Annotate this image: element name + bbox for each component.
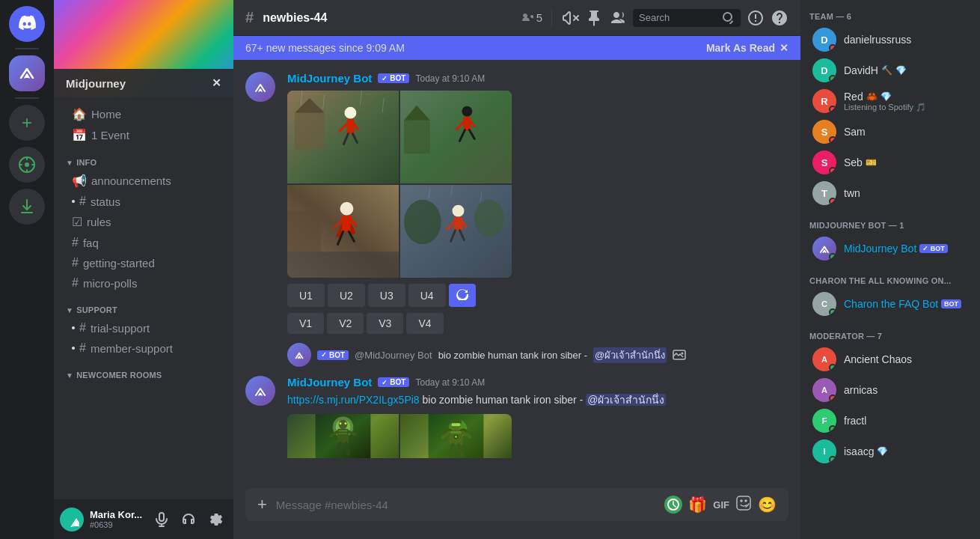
member-fractl[interactable]: F fractl bbox=[803, 406, 977, 436]
mark-as-read-button[interactable]: Mark As Read ✕ bbox=[706, 42, 788, 54]
discord-home-button[interactable] bbox=[9, 6, 45, 42]
search-input[interactable]: Search bbox=[639, 12, 720, 23]
mention-at: @MidJourney Bot bbox=[355, 350, 432, 361]
category-support[interactable]: ▼ SUPPORT bbox=[54, 293, 233, 317]
u1-button[interactable]: U1 bbox=[287, 284, 325, 307]
hash-icon-trial: # bbox=[79, 321, 86, 335]
headset-button[interactable] bbox=[177, 508, 200, 532]
channel-header: # newbies-44 5 Search bbox=[233, 0, 800, 36]
badge-ticket: 🎫 bbox=[866, 157, 877, 168]
v2-button[interactable]: V2 bbox=[327, 313, 364, 334]
main-content: # newbies-44 5 Search bbox=[233, 0, 800, 539]
member-info-arnicas: arnicas bbox=[844, 384, 878, 396]
channel-announcements[interactable]: 📢 announcements bbox=[60, 171, 227, 191]
member-arnicas[interactable]: A arnicas bbox=[803, 375, 977, 405]
download-apps-button[interactable] bbox=[9, 189, 45, 225]
member-name-twn: twn bbox=[844, 187, 860, 199]
status-online bbox=[829, 75, 836, 82]
gif-button[interactable]: GIF bbox=[713, 499, 729, 511]
pin-button[interactable] bbox=[585, 9, 603, 27]
member-red[interactable]: R Red 🦀 💎 Listening to Spotify 🎵 bbox=[803, 86, 977, 116]
status-online-ac bbox=[829, 364, 836, 371]
member-name-seb: Seb bbox=[844, 156, 863, 168]
channel-trial-support[interactable]: # trial-support bbox=[60, 318, 227, 338]
explore-servers-button[interactable] bbox=[9, 147, 45, 183]
member-info-danielrussruss: danielrussruss bbox=[844, 34, 911, 46]
members-button[interactable] bbox=[609, 9, 627, 27]
member-seb[interactable]: S Seb 🎫 bbox=[803, 147, 977, 177]
channel-header-name: newbies-44 bbox=[263, 11, 327, 25]
midjourney-server-icon[interactable] bbox=[9, 55, 45, 91]
bot-avatar-2[interactable] bbox=[245, 376, 275, 406]
svg-rect-31 bbox=[342, 216, 352, 232]
user-mention-prefix[interactable]: @ผัวเจ้าสำนักนึ่ง bbox=[593, 347, 667, 363]
emoji-button[interactable]: 😊 bbox=[758, 496, 777, 514]
svg-rect-19 bbox=[404, 121, 430, 154]
sidebar-item-events[interactable]: 📅 1 Event bbox=[60, 125, 227, 145]
u2-button[interactable]: U2 bbox=[328, 284, 365, 307]
zombie-image-grid[interactable] bbox=[287, 414, 512, 488]
member-twn[interactable]: T twn bbox=[803, 178, 977, 208]
sidebar-item-home[interactable]: 🏠 Home bbox=[60, 104, 227, 124]
help-button[interactable] bbox=[771, 9, 788, 27]
bot-avatar-1[interactable] bbox=[245, 72, 275, 102]
add-attachment-button[interactable]: + bbox=[257, 495, 267, 514]
category-info[interactable]: ▼ INFO bbox=[54, 146, 233, 170]
u3-button[interactable]: U3 bbox=[368, 284, 405, 307]
channel-faq[interactable]: # faq bbox=[60, 233, 227, 252]
message-header-zombie: MidJourney Bot ✓ BOT Today at 9:10 AM bbox=[287, 376, 788, 389]
message-input-box[interactable]: + Message #newbies-44 🎁 GIF 😊 bbox=[245, 488, 788, 521]
member-davidh[interactable]: D DavidH 🔨 💎 bbox=[803, 55, 977, 85]
small-bot-avatar bbox=[287, 343, 311, 367]
message-input[interactable]: Message #newbies-44 bbox=[276, 499, 664, 511]
v1-button[interactable]: V1 bbox=[287, 313, 324, 334]
image-icon[interactable] bbox=[673, 348, 686, 362]
member-ancient-chaos[interactable]: A Ancient Chaos bbox=[803, 344, 977, 374]
anime-image-grid[interactable] bbox=[287, 91, 512, 278]
mute-channel-button[interactable] bbox=[561, 9, 579, 27]
channel-getting-started[interactable]: # getting-started bbox=[60, 253, 227, 272]
svg-rect-29 bbox=[287, 252, 399, 278]
sticker-button[interactable] bbox=[735, 495, 752, 515]
member-count-display: 5 bbox=[521, 11, 542, 24]
channel-micro-polls[interactable]: # micro-polls bbox=[60, 273, 227, 293]
section-header-charon: CHARON THE ALL KNOWING ON... bbox=[800, 264, 980, 288]
settings-button[interactable] bbox=[203, 508, 227, 532]
inbox-button[interactable] bbox=[747, 9, 765, 27]
v4-button[interactable]: V4 bbox=[406, 313, 443, 334]
member-name-isaacg: isaacg bbox=[844, 445, 874, 457]
u4-button[interactable]: U4 bbox=[408, 284, 446, 307]
member-sam[interactable]: S Sam bbox=[803, 117, 977, 147]
member-name-arnicas: arnicas bbox=[844, 384, 878, 396]
channel-member-support[interactable]: # member-support bbox=[60, 338, 227, 358]
member-name-red: Red bbox=[844, 91, 863, 103]
badge-crab: 🦀 bbox=[866, 91, 878, 102]
zombie-mention[interactable]: @ผัวเจ้าสำนักนึ่ง bbox=[586, 394, 666, 406]
member-isaacg[interactable]: I isaacg 💎 bbox=[803, 436, 977, 466]
search-bar[interactable]: Search bbox=[633, 9, 741, 27]
member-info-seb: Seb 🎫 bbox=[844, 156, 877, 168]
member-mj-bot[interactable]: MidJourney Bot ✓ BOT bbox=[803, 234, 977, 264]
add-server-button[interactable]: + bbox=[9, 105, 45, 141]
user-panel: Maria Kor... #0639 bbox=[54, 499, 233, 539]
refresh-button[interactable] bbox=[449, 284, 476, 307]
svg-rect-40 bbox=[454, 217, 463, 231]
server-name[interactable]: Midjourney ✕ bbox=[54, 69, 233, 97]
v3-button[interactable]: V3 bbox=[367, 313, 403, 334]
member-name-row-seb: Seb 🎫 bbox=[844, 156, 877, 168]
message-group-zombie: MidJourney Bot ✓ BOT Today at 9:10 AM ht… bbox=[245, 376, 788, 488]
member-charon[interactable]: C Charon the FAQ Bot BOT bbox=[803, 289, 977, 319]
category-newcomer-rooms[interactable]: ▼ NEWCOMER ROOMS bbox=[54, 359, 233, 383]
mic-button[interactable] bbox=[150, 508, 174, 532]
channel-rules[interactable]: ☑ rules bbox=[60, 212, 227, 232]
channel-status[interactable]: # status bbox=[60, 192, 227, 211]
channel-hash-icon: # bbox=[245, 9, 254, 26]
image-cell-2 bbox=[400, 91, 512, 183]
badge-hammer: 🔨 bbox=[881, 65, 892, 76]
server-divider bbox=[15, 48, 39, 49]
gift-button[interactable]: 🎁 bbox=[688, 496, 707, 514]
mj-link-zombie[interactable]: https://s.mj.run/PX2ILgx5Pi8 bbox=[287, 394, 420, 406]
typing-indicator bbox=[664, 496, 682, 514]
member-danielrussruss[interactable]: D danielrussruss bbox=[803, 25, 977, 55]
user-avatar[interactable] bbox=[60, 508, 84, 532]
